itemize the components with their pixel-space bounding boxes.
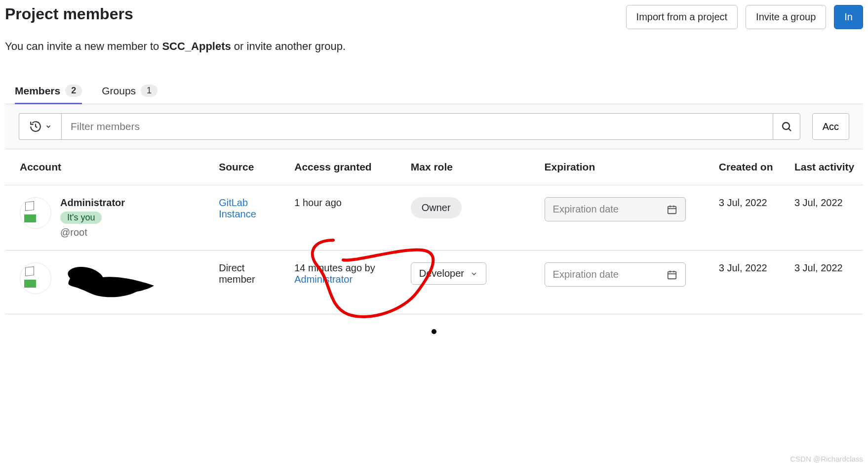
role-badge: Owner (411, 197, 462, 218)
expiration-input: Expiration date (545, 197, 686, 221)
redacted-name (60, 262, 174, 302)
col-account: Account (5, 149, 212, 185)
filter-members-input[interactable] (61, 113, 773, 140)
history-button[interactable] (19, 113, 61, 140)
chevron-down-icon (45, 123, 52, 130)
expiration-placeholder: Expiration date (553, 269, 619, 280)
filter-group (19, 113, 800, 140)
member-source-link[interactable]: GitLab Instance (219, 197, 256, 219)
access-granted-text: 1 hour ago (294, 197, 342, 208)
tab-members-label: Members (15, 85, 60, 97)
tab-members-count: 2 (65, 85, 82, 97)
col-expiration: Expiration (538, 149, 712, 185)
import-project-button[interactable]: Import from a project (626, 5, 738, 29)
member-source-text: Direct member (219, 262, 255, 285)
tab-groups[interactable]: Groups 1 (102, 79, 158, 104)
subtitle-post: or invite another group. (231, 40, 346, 52)
search-icon (781, 121, 792, 132)
tabs: Members 2 Groups 1 (5, 79, 863, 104)
svg-point-0 (783, 123, 789, 129)
search-button[interactable] (773, 113, 800, 140)
page-subtitle: You can invite a new member to SCC_Apple… (5, 40, 863, 53)
granted-by-link[interactable]: Administrator (294, 274, 353, 285)
svg-line-1 (789, 128, 791, 131)
created-on-text: 3 Jul, 2022 (719, 197, 767, 208)
col-created: Created on (712, 149, 788, 185)
avatar (20, 197, 51, 229)
member-name: Administrator (60, 197, 125, 209)
header-buttons: Import from a project Invite a group In (626, 5, 863, 29)
subtitle-pre: You can invite a new member to (5, 40, 162, 52)
calendar-icon (667, 269, 677, 280)
created-on-text: 3 Jul, 2022 (719, 262, 767, 273)
loading-dot (432, 329, 436, 334)
svg-rect-6 (668, 271, 676, 279)
role-dropdown[interactable]: Developer (411, 262, 486, 285)
expiration-input[interactable]: Expiration date (545, 262, 686, 287)
col-granted: Access granted (287, 149, 404, 185)
its-you-badge: It's you (60, 212, 102, 224)
role-dropdown-value: Developer (419, 268, 464, 279)
table-row: Administrator It's you @root GitLab Inst… (5, 185, 863, 251)
member-username: @root (60, 227, 125, 238)
invite-members-button[interactable]: In (834, 5, 863, 29)
tab-groups-label: Groups (102, 85, 136, 97)
last-activity-text: 3 Jul, 2022 (794, 197, 843, 208)
col-role: Max role (404, 149, 538, 185)
avatar (20, 262, 51, 294)
filter-bar: Acc (5, 104, 863, 149)
page-title: Project members (5, 5, 133, 23)
col-last-activity: Last activity (788, 149, 863, 185)
svg-rect-2 (668, 206, 676, 213)
tab-members[interactable]: Members 2 (15, 79, 82, 104)
table-row: Direct member 14 minutes ago by Administ… (5, 251, 863, 314)
page-header: Project members Import from a project In… (5, 5, 863, 32)
expiration-placeholder: Expiration date (553, 204, 619, 215)
subtitle-project: SCC_Applets (162, 40, 231, 52)
last-activity-text: 3 Jul, 2022 (794, 262, 843, 273)
tab-groups-count: 1 (141, 85, 158, 97)
sort-dropdown[interactable]: Acc (812, 113, 849, 140)
history-icon (29, 120, 42, 133)
invite-group-button[interactable]: Invite a group (746, 5, 826, 29)
members-table: Account Source Access granted Max role E… (5, 149, 863, 314)
calendar-icon (667, 204, 677, 215)
col-source: Source (212, 149, 287, 185)
access-granted-text: 14 minutes ago by (294, 262, 375, 273)
chevron-down-icon (470, 270, 478, 278)
